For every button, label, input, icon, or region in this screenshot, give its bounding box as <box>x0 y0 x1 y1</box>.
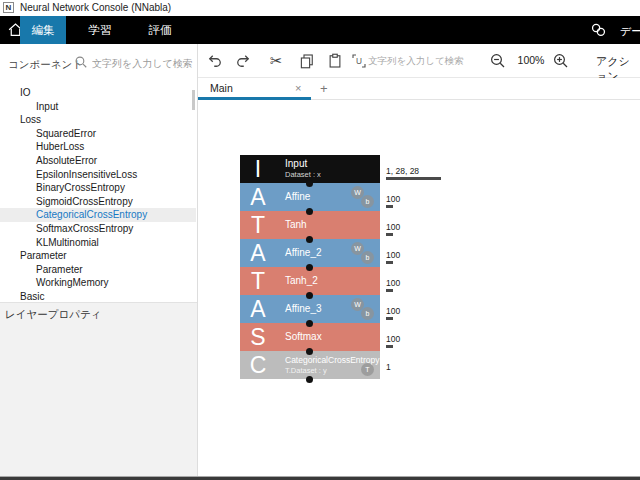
connection-point[interactable] <box>306 376 313 383</box>
paste-icon <box>326 52 344 70</box>
unit-search-icon: U <box>350 52 368 70</box>
zoom-in-icon <box>552 52 570 70</box>
menu-tab-evaluation[interactable]: 評価 <box>136 16 184 44</box>
svg-text:U: U <box>356 57 362 66</box>
component-search-input[interactable]: 文字列を入力して検索 <box>92 57 194 71</box>
link-icon[interactable] <box>590 22 607 39</box>
menu-tab-training[interactable]: 学習 <box>76 16 124 44</box>
redo-icon <box>234 52 252 70</box>
app-window: N Neural Network Console (NNabla) 編集 学習 … <box>0 0 640 480</box>
output-size: 100 <box>386 222 400 232</box>
unit-search-button[interactable]: U <box>350 52 368 70</box>
zoom-in-button[interactable] <box>552 52 570 70</box>
tab-main-label: Main <box>210 82 233 94</box>
node-title: Tanh <box>285 219 307 230</box>
app-icon: N <box>3 2 14 13</box>
network-node[interactable]: SSoftmax100 <box>240 323 380 351</box>
param-badge: b <box>361 307 374 320</box>
network-node[interactable]: IInputDataset : x1, 28, 28 <box>240 155 380 183</box>
connection-point[interactable] <box>306 320 313 327</box>
add-tab-button[interactable]: + <box>320 81 328 96</box>
tree-item[interactable]: SigmoidCrossEntropy <box>0 195 196 209</box>
node-letter: A <box>244 295 272 323</box>
tree-item[interactable]: WorkingMemory <box>0 276 196 290</box>
menu-tab-edit[interactable]: 編集 <box>20 16 66 44</box>
sidebar-scrollbar[interactable] <box>192 90 195 110</box>
tree-item[interactable]: IO <box>0 86 196 100</box>
node-title: Affine <box>285 191 310 202</box>
copy-button[interactable] <box>298 52 316 70</box>
connection-point[interactable] <box>306 208 313 215</box>
output-size-bar <box>386 233 393 236</box>
tree-item[interactable]: KLMultinomial <box>0 236 196 250</box>
network-node[interactable]: AAffineWb100 <box>240 183 380 211</box>
cut-button[interactable]: ✂ <box>270 52 288 70</box>
menu-tab-dataset[interactable]: デー <box>620 24 640 39</box>
editor-toolbar: ✂ U 文字列を入力して検索 <box>198 44 640 78</box>
tree-item[interactable]: HuberLoss <box>0 140 196 154</box>
toolbar-search-input[interactable]: 文字列を入力して検索 <box>368 55 464 68</box>
output-size: 1, 28, 28 <box>386 166 419 176</box>
tree-item[interactable]: EpsilonInsensitiveLoss <box>0 168 196 182</box>
network-node[interactable]: AAffine_2Wb100 <box>240 239 380 267</box>
network-node[interactable]: AAffine_3Wb100 <box>240 295 380 323</box>
connection-point[interactable] <box>306 292 313 299</box>
output-size: 100 <box>386 250 400 260</box>
tree-item[interactable]: Loss <box>0 113 196 127</box>
tab-main[interactable]: Main × <box>198 78 311 100</box>
output-size: 100 <box>386 334 400 344</box>
node-letter: A <box>244 239 272 267</box>
output-size: 100 <box>386 278 400 288</box>
tree-item[interactable]: AbsoluteError <box>0 154 196 168</box>
layer-properties-title: レイヤープロパティ <box>5 308 101 322</box>
node-title: Affine_2 <box>285 247 322 258</box>
undo-button[interactable] <box>206 52 224 70</box>
title-bar: N Neural Network Console (NNabla) <box>0 0 640 16</box>
network-node[interactable]: TTanh100 <box>240 211 380 239</box>
components-panel-title: コンポーネント <box>8 58 83 72</box>
tree-item[interactable]: BinaryCrossEntropy <box>0 181 196 195</box>
node-title: Affine_3 <box>285 303 322 314</box>
node-letter: C <box>244 351 272 379</box>
output-size-bar <box>386 261 393 264</box>
redo-button[interactable] <box>234 52 252 70</box>
window-title: Neural Network Console (NNabla) <box>20 2 171 13</box>
output-size-bar <box>386 317 393 320</box>
node-subtitle: T.Dataset : y <box>285 366 327 375</box>
tree-item[interactable]: Input <box>0 100 196 114</box>
output-size-bar <box>386 205 393 208</box>
param-badge: T <box>361 363 374 376</box>
cut-icon: ✂ <box>270 52 283 69</box>
tab-close-icon[interactable]: × <box>295 82 301 94</box>
connection-point[interactable] <box>306 264 313 271</box>
node-letter: T <box>244 267 272 295</box>
node-letter: I <box>244 155 272 183</box>
output-size-bar <box>386 289 393 292</box>
output-size: 100 <box>386 306 400 316</box>
connection-point[interactable] <box>306 180 313 187</box>
node-letter: S <box>244 323 272 351</box>
connection-point[interactable] <box>306 348 313 355</box>
network-canvas[interactable]: IInputDataset : x1, 28, 28AAffineWb100TT… <box>198 100 640 477</box>
node-subtitle: Dataset : x <box>285 170 321 179</box>
tree-item[interactable]: Parameter <box>0 263 196 277</box>
node-title: Tanh_2 <box>285 275 318 286</box>
undo-icon <box>206 52 224 70</box>
output-size-bar <box>386 177 441 180</box>
zoom-out-icon <box>489 52 507 70</box>
node-letter: A <box>244 183 272 211</box>
tree-item[interactable]: SquaredError <box>0 127 196 141</box>
connection-point[interactable] <box>306 236 313 243</box>
tree-item[interactable]: Parameter <box>0 249 196 263</box>
node-title: Input <box>285 158 307 169</box>
tree-item[interactable]: SoftmaxCrossEntropy <box>0 222 196 236</box>
paste-button[interactable] <box>326 52 344 70</box>
copy-icon <box>298 52 316 70</box>
zoom-out-button[interactable] <box>489 52 507 70</box>
network-node[interactable]: CCategoricalCrossEntropyT.Dataset : yT1 <box>240 351 380 379</box>
layer-properties-panel: レイヤープロパティ <box>0 302 197 477</box>
node-letter: T <box>244 211 272 239</box>
network-node[interactable]: TTanh_2100 <box>240 267 380 295</box>
tree-item[interactable]: CategoricalCrossEntropy <box>0 208 196 222</box>
zoom-level: 100% <box>511 54 551 66</box>
